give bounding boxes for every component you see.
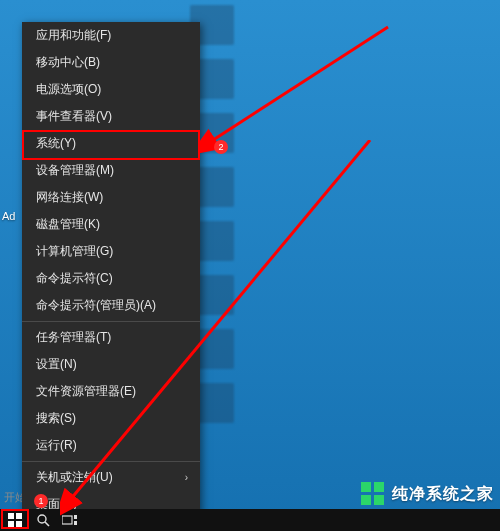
svg-rect-9: [16, 521, 22, 527]
annotation-marker-2: 2: [214, 140, 228, 154]
menu-item-label: 网络连接(W): [36, 190, 103, 205]
menu-separator: [22, 461, 200, 462]
menu-item-label: 应用和功能(F): [36, 28, 111, 43]
menu-item-settings[interactable]: 设置(N): [22, 351, 200, 378]
menu-item-shutdown-signout[interactable]: 关机或注销(U)›: [22, 464, 200, 491]
taskbar-taskview-icon[interactable]: [56, 509, 82, 531]
watermark-text: 纯净系统之家: [392, 484, 494, 505]
menu-item-mobility-center[interactable]: 移动中心(B): [22, 49, 200, 76]
menu-item-label: 计算机管理(G): [36, 244, 113, 259]
menu-item-command-prompt-admin[interactable]: 命令提示符(管理员)(A): [22, 292, 200, 319]
svg-rect-14: [74, 521, 77, 525]
menu-item-label: 磁盘管理(K): [36, 217, 100, 232]
watermark-logo-icon: [360, 481, 386, 507]
menu-separator: [22, 321, 200, 322]
menu-item-label: 运行(R): [36, 438, 77, 453]
menu-item-label: 事件查看器(V): [36, 109, 112, 124]
chevron-right-icon: ›: [185, 470, 188, 485]
menu-item-label: 系统(Y): [36, 136, 76, 151]
menu-item-label: 命令提示符(C): [36, 271, 113, 286]
menu-item-label: 设置(N): [36, 357, 77, 372]
taskbar-search-icon[interactable]: [30, 509, 56, 531]
winx-context-menu: 应用和功能(F) 移动中心(B) 电源选项(O) 事件查看器(V) 系统(Y) …: [22, 22, 200, 518]
svg-line-11: [45, 522, 49, 526]
menu-item-task-manager[interactable]: 任务管理器(T): [22, 324, 200, 351]
menu-item-apps-features[interactable]: 应用和功能(F): [22, 22, 200, 49]
menu-item-label: 搜索(S): [36, 411, 76, 426]
watermark: 纯净系统之家: [360, 481, 494, 507]
windows-logo-icon: [8, 513, 22, 527]
svg-point-10: [38, 515, 46, 523]
svg-rect-5: [374, 495, 384, 505]
annotation-marker-1: 1: [34, 494, 48, 508]
menu-item-command-prompt[interactable]: 命令提示符(C): [22, 265, 200, 292]
menu-item-system[interactable]: 系统(Y): [22, 130, 200, 157]
menu-item-label: 设备管理器(M): [36, 163, 114, 178]
svg-rect-2: [361, 482, 371, 492]
menu-item-label: 移动中心(B): [36, 55, 100, 70]
svg-rect-4: [361, 495, 371, 505]
menu-item-disk-management[interactable]: 磁盘管理(K): [22, 211, 200, 238]
svg-rect-12: [62, 516, 72, 524]
menu-item-label: 文件资源管理器(E): [36, 384, 136, 399]
menu-item-run[interactable]: 运行(R): [22, 432, 200, 459]
menu-item-label: 关机或注销(U): [36, 470, 113, 485]
menu-item-label: 命令提示符(管理员)(A): [36, 298, 156, 313]
taskbar: [0, 509, 500, 531]
svg-rect-3: [374, 482, 384, 492]
menu-item-computer-management[interactable]: 计算机管理(G): [22, 238, 200, 265]
desktop-icon-label: Ad: [2, 210, 15, 222]
svg-rect-13: [74, 515, 77, 519]
menu-item-device-manager[interactable]: 设备管理器(M): [22, 157, 200, 184]
menu-item-network-connections[interactable]: 网络连接(W): [22, 184, 200, 211]
menu-item-label: 任务管理器(T): [36, 330, 111, 345]
menu-item-file-explorer[interactable]: 文件资源管理器(E): [22, 378, 200, 405]
svg-rect-8: [8, 521, 14, 527]
svg-rect-7: [16, 513, 22, 519]
menu-item-event-viewer[interactable]: 事件查看器(V): [22, 103, 200, 130]
menu-item-label: 电源选项(O): [36, 82, 101, 97]
svg-rect-6: [8, 513, 14, 519]
menu-item-power-options[interactable]: 电源选项(O): [22, 76, 200, 103]
menu-item-search[interactable]: 搜索(S): [22, 405, 200, 432]
start-button[interactable]: [0, 509, 30, 531]
